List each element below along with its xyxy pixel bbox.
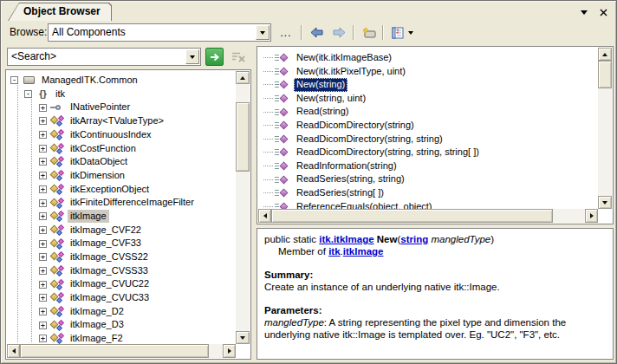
navigate-forward-button[interactable]	[328, 23, 349, 42]
scrollbar-thumb[interactable]	[20, 344, 209, 358]
tree-item[interactable]: +itkImage_CVSS33	[7, 264, 236, 278]
tree-item[interactable]: +itkImage_D2	[7, 305, 236, 319]
tree-item[interactable]: +itkFiniteDifferenceImageFilter	[7, 196, 236, 210]
search-go-button[interactable]	[205, 48, 224, 66]
tree-item[interactable]: +itkImage_CVF22	[7, 224, 236, 237]
member-label: Read(string)	[294, 105, 352, 118]
member-item[interactable]: New(string)	[258, 78, 598, 92]
tree-connector-line	[263, 166, 273, 166]
tree-item[interactable]: -{}itk	[7, 88, 236, 101]
member-item[interactable]: ReadSeries(string, string)	[258, 172, 598, 186]
close-icon[interactable]	[595, 6, 611, 19]
scroll-down-button[interactable]	[236, 331, 250, 344]
static-method-icon	[275, 133, 290, 145]
scroll-right-button[interactable]	[585, 209, 598, 223]
window-menu-icon[interactable]	[576, 6, 592, 19]
param-name: mangledType	[428, 234, 490, 244]
tree-connector-line	[263, 152, 273, 153]
expand-toggle-icon[interactable]: +	[39, 185, 47, 193]
tree-item[interactable]: +itkDataObject	[7, 155, 236, 169]
member-item[interactable]: ReadDicomDirectory(string, string, strin…	[258, 146, 598, 159]
expand-toggle-icon[interactable]: +	[39, 267, 47, 275]
scroll-left-button[interactable]	[258, 209, 271, 223]
scroll-left-button[interactable]	[7, 344, 20, 358]
expand-toggle-icon[interactable]: +	[39, 172, 47, 179]
expand-toggle-icon[interactable]: -	[10, 76, 18, 84]
edit-custom-component-set-button[interactable]: ...	[276, 23, 296, 42]
tree-item[interactable]: +itkDimension	[7, 169, 236, 183]
chevron-down-icon	[408, 31, 413, 35]
expand-toggle-icon[interactable]: +	[39, 281, 47, 289]
scroll-down-button[interactable]	[598, 196, 612, 209]
expand-toggle-icon[interactable]: +	[39, 308, 47, 315]
tree-item[interactable]: +itkImage_D3	[7, 318, 236, 332]
tree-horizontal-scrollbar[interactable]	[7, 344, 236, 358]
class-icon	[50, 143, 65, 154]
scroll-right-button[interactable]	[223, 344, 236, 358]
members-vertical-scrollbar[interactable]	[598, 48, 612, 209]
member-item[interactable]: New(itk.itkPixelType, uint)	[258, 65, 598, 79]
chevron-down-icon[interactable]	[185, 49, 199, 64]
expand-toggle-icon[interactable]: +	[39, 145, 47, 153]
member-item[interactable]: Read(string)	[258, 105, 598, 119]
tree-item[interactable]: -ManagedITK.Common	[7, 74, 236, 88]
members-horizontal-scrollbar[interactable]	[258, 209, 598, 223]
search-combobox[interactable]: <Search>	[7, 48, 201, 66]
browse-scope-combobox[interactable]: All Components	[48, 23, 271, 42]
tree-vertical-scrollbar[interactable]	[236, 71, 250, 344]
expand-toggle-icon[interactable]: +	[39, 335, 47, 342]
scrollbar-thumb[interactable]	[236, 102, 250, 172]
tree-item[interactable]: +itkCostFunction	[7, 141, 236, 155]
static-method-icon	[275, 52, 290, 63]
expand-toggle-icon[interactable]: +	[39, 212, 47, 220]
member-item[interactable]: ReadDicomDirectory(string)	[258, 119, 598, 133]
scrollbar-thumb[interactable]	[598, 61, 612, 88]
tree-item[interactable]: +itkImage_CVF33	[7, 237, 236, 250]
tab-label[interactable]: Object Browser	[23, 5, 101, 17]
scroll-up-button[interactable]	[598, 48, 612, 61]
member-item[interactable]: ReadSeries(string[ ])	[258, 186, 598, 200]
tree-item[interactable]: +itkArray<TValueType>	[7, 114, 236, 128]
summary-section: Summary: Create an instance of an underl…	[264, 269, 606, 293]
member-item[interactable]: New(itk.itkImageBase)	[258, 51, 598, 65]
member-item[interactable]: ReadInformation(string)	[258, 159, 598, 173]
tree-item[interactable]: +itkImage_CVUC22	[7, 277, 236, 291]
tree-connector-line	[263, 179, 273, 180]
expand-toggle-icon[interactable]: +	[39, 294, 47, 302]
member-item[interactable]: ReferenceEquals(object, object)	[258, 200, 598, 209]
toolbar-separator	[353, 25, 354, 40]
scroll-up-button[interactable]	[236, 71, 250, 84]
tree-item[interactable]: +itkImage_F2	[7, 332, 236, 344]
param-type-link[interactable]: string	[400, 234, 428, 244]
expand-toggle-icon[interactable]: +	[39, 158, 47, 166]
object-browser-settings-button[interactable]	[387, 23, 417, 42]
expand-toggle-icon[interactable]: +	[39, 253, 47, 261]
member-item[interactable]: New(string, uint)	[258, 92, 598, 106]
tree-item[interactable]: +itkImage	[7, 210, 236, 224]
expand-toggle-icon[interactable]: -	[24, 90, 32, 98]
expand-toggle-icon[interactable]: +	[39, 199, 47, 207]
expand-toggle-icon[interactable]: +	[39, 226, 47, 234]
chevron-down-icon[interactable]	[256, 25, 270, 40]
return-type-link[interactable]: itk.itkImage	[319, 234, 373, 244]
tree-item[interactable]: +itkImage_CVUC33	[7, 291, 236, 305]
type-link[interactable]: itkImage	[343, 246, 384, 257]
scrollbar-thumb[interactable]	[271, 209, 553, 223]
tree-item[interactable]: +itkImage_CVSS22	[7, 250, 236, 264]
expand-toggle-icon[interactable]: +	[39, 322, 47, 329]
clear-search-button[interactable]	[229, 49, 248, 65]
member-item[interactable]: ReadDicomDirectory(string, string)	[258, 133, 598, 146]
expand-toggle-icon[interactable]: +	[39, 117, 47, 125]
add-to-references-button[interactable]	[358, 23, 380, 42]
tree-item[interactable]: +itkExceptionObject	[7, 183, 236, 197]
namespace-link[interactable]: itk	[328, 246, 340, 257]
tree-connector-line	[263, 139, 273, 140]
tree-item[interactable]: +INativePointer	[7, 101, 236, 114]
members-pane: New(itk.itkImageBase)New(itk.itkPixelTyp…	[257, 46, 614, 224]
expand-toggle-icon[interactable]: +	[39, 131, 47, 139]
search-input[interactable]: <Search>	[11, 50, 56, 62]
expand-toggle-icon[interactable]: +	[39, 104, 47, 112]
navigate-back-button[interactable]	[306, 23, 327, 42]
tree-item[interactable]: +itkContinuousIndex	[7, 128, 236, 142]
expand-toggle-icon[interactable]: +	[39, 240, 47, 248]
